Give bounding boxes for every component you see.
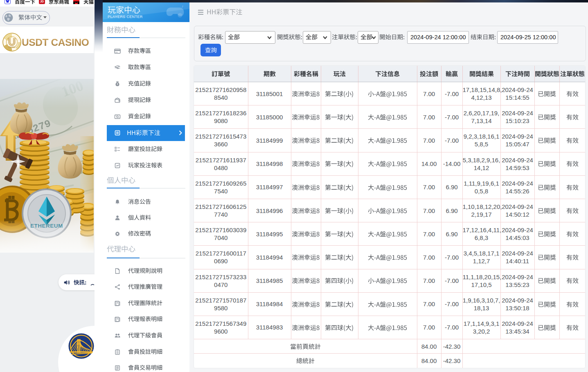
svg-text:JD: JD (40, 0, 44, 3)
svg-text:Casino: Casino (9, 46, 16, 48)
